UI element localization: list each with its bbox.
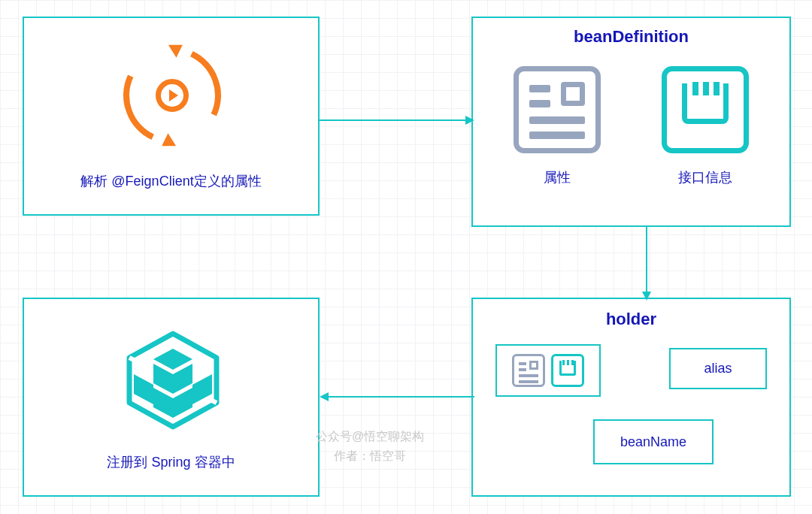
register-caption: 注册到 Spring 容器中: [24, 453, 318, 471]
beanname-label: beanName: [620, 434, 686, 450]
holder-alias: alias: [669, 348, 767, 389]
bean-def-title: beanDefinition: [473, 27, 789, 47]
attrs-label: 属性: [514, 168, 601, 186]
svg-marker-1: [153, 349, 192, 370]
arrow-parse-to-beandef: [320, 113, 477, 128]
alias-label: alias: [704, 361, 732, 376]
svg-line-8: [129, 358, 135, 361]
arrow-holder-to-register: [320, 389, 477, 404]
svg-marker-7: [192, 374, 212, 404]
svg-marker-2: [153, 364, 173, 394]
watermark-line1: 公众号@悟空聊架构: [316, 427, 424, 446]
form-icon: [514, 66, 601, 153]
iface-label: 接口信息: [662, 168, 749, 186]
box-bean-definition: beanDefinition 属性 接口信息: [471, 17, 791, 227]
holder-title: holder: [473, 310, 789, 329]
box-holder: holder alias beanName: [471, 298, 791, 497]
watermark-line2: 作者：悟空哥: [316, 446, 424, 466]
watermark: 公众号@悟空聊架构 作者：悟空哥: [316, 427, 424, 465]
mini-form-icon: [512, 354, 545, 387]
svg-line-9: [211, 400, 217, 403]
svg-marker-6: [134, 374, 153, 404]
mini-port-icon: [551, 354, 584, 387]
svg-marker-4: [153, 388, 173, 418]
holder-beanname: beanName: [593, 419, 714, 464]
svg-marker-5: [173, 388, 192, 418]
box-register: 注册到 Spring 容器中: [23, 298, 320, 497]
parse-caption: 解析 @FeignClient定义的属性: [24, 172, 318, 190]
svg-marker-15: [320, 392, 329, 401]
cube-icon: [120, 328, 226, 433]
spinner-icon: [123, 47, 221, 144]
svg-marker-3: [173, 364, 192, 394]
port-icon: [662, 66, 749, 153]
svg-marker-13: [642, 292, 651, 301]
box-parse: 解析 @FeignClient定义的属性: [23, 17, 320, 216]
arrow-beandef-to-holder: [639, 227, 654, 302]
svg-marker-11: [465, 116, 474, 125]
holder-mini-beandef: [495, 344, 601, 397]
